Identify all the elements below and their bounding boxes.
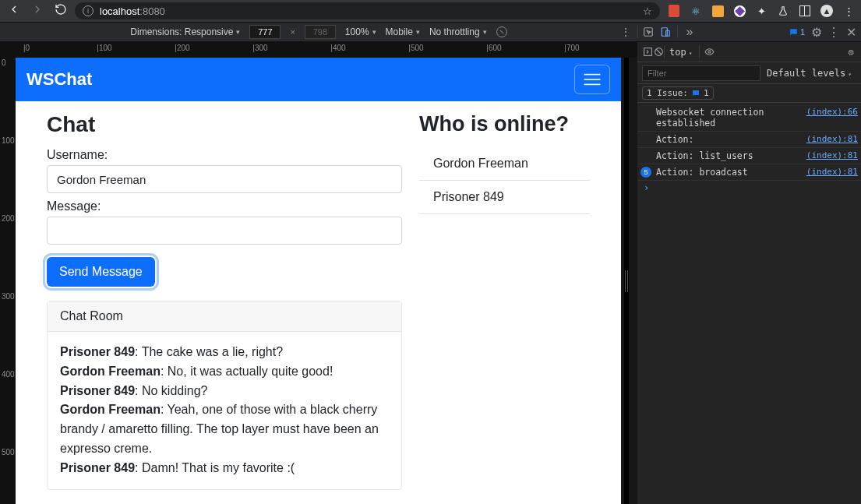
username-input[interactable] [47,165,402,193]
log-text: Action: broadcast [656,167,748,178]
log-source-link[interactable]: (index):66 [800,107,858,129]
site-info-icon[interactable]: i [83,5,94,16]
log-text: Action: [656,134,693,145]
navbar-toggle-button[interactable] [574,65,610,94]
live-expression-icon[interactable] [704,47,715,58]
online-user: Gordon Freeman [419,147,590,181]
address-bar[interactable]: i localhost:8080 ☆ [75,2,660,19]
viewport-resize-handle[interactable] [624,58,629,504]
bookmark-star-icon[interactable]: ☆ [643,5,652,17]
device-type-dropdown[interactable]: Mobile [386,26,420,37]
horizontal-ruler: |0|100|200|300|400|500|600|700 [16,42,637,58]
settings-icon[interactable]: ⚙ [811,26,822,37]
viewport-width-input[interactable] [249,25,281,39]
chat-author: Prisoner 849 [60,345,135,358]
console-prompt[interactable]: › [637,181,861,195]
chat-message: Prisoner 849: Damn! That is my favorite … [60,459,389,478]
chat-author: Prisoner 849 [60,461,135,474]
extension-icon[interactable] [668,5,680,17]
devtools-panel: top ⚙ Default levels 1 Issue: 1 Websocke… [637,42,861,504]
dimensions-dropdown[interactable]: Dimensions: Responsive [130,26,240,37]
rotate-icon[interactable] [496,26,507,37]
devtools-tab-bar: » 1 ⚙ ⋮ ✕ [637,26,861,38]
labs-icon[interactable] [777,5,789,17]
app-navbar: WSChat [16,58,621,101]
chat-message: Prisoner 849: No kidding? [60,382,389,401]
log-levels-dropdown[interactable]: Default levels [767,68,852,79]
reload-icon[interactable] [55,3,67,19]
chat-text: : Damn! That is my favorite :( [135,461,295,474]
issues-badge[interactable]: 1 Issue: 1 [642,86,714,100]
console-message-count[interactable]: 1 [789,27,805,37]
side-panel-icon[interactable] [799,5,811,17]
device-screen: WSChat Chat Username: Message: Send Mess… [16,58,621,504]
chat-room-card: Chat Room Prisoner 849: The cake was a l… [47,301,402,490]
devtools-menu-icon[interactable]: ⋮ [828,26,839,37]
console-filter-input[interactable] [642,65,760,81]
device-more-icon[interactable]: ⋮ [620,26,631,38]
console-log-line[interactable]: Websocket connection established(index):… [637,104,861,132]
log-source-link[interactable]: (index):81 [800,134,858,145]
console-log-line[interactable]: 5Action: broadcast(index):81 [637,164,861,181]
chat-text: : The cake was a lie, right? [135,345,283,358]
console-sidebar-icon[interactable] [642,47,653,58]
vertical-ruler: 0100200300400500 [0,58,16,504]
extension-icon[interactable] [711,5,724,17]
more-tabs-icon[interactable]: » [684,26,695,37]
clear-console-icon[interactable] [653,47,664,58]
chat-room-header: Chat Room [48,301,401,332]
profile-icon[interactable]: ▲ [820,5,833,17]
log-count-badge: 5 [640,167,651,178]
zoom-dropdown[interactable]: 100% [345,26,376,37]
chat-message: Gordon Freeman: No, it was actually quit… [60,362,389,382]
responsive-viewport: |0|100|200|300|400|500|600|700 010020030… [0,42,637,504]
online-user: Prisoner 849 [419,181,590,214]
chat-author: Prisoner 849 [60,384,135,397]
svg-point-9 [708,51,711,53]
device-toolbar: Dimensions: Responsive × 100% Mobile No … [0,22,861,42]
message-input[interactable] [47,217,402,245]
chat-message: Prisoner 849: The cake was a lie, right? [60,343,389,362]
extensions-icon[interactable]: ✦ [755,5,767,17]
chat-text: : No kidding? [135,384,207,397]
close-devtools-icon[interactable]: ✕ [845,26,856,37]
log-source-link[interactable]: (index):81 [800,167,858,178]
chat-room-body: Prisoner 849: The cake was a lie, right?… [48,332,401,489]
send-message-button[interactable]: Send Message [47,257,155,287]
chat-message: Gordon Freeman: Yeah, one of those with … [60,400,389,458]
console-log-line[interactable]: Action: list_users(index):81 [637,148,861,164]
chat-text: : No, it was actually quite good! [161,365,333,378]
forward-icon[interactable] [31,3,44,19]
throttling-dropdown[interactable]: No throttling [429,26,487,37]
react-devtools-icon[interactable]: ⚛ [690,5,702,17]
viewport-height-input[interactable] [305,25,336,39]
online-heading: Who is online? [419,112,590,136]
chat-heading: Chat [47,112,402,137]
browser-toolbar: i localhost:8080 ☆ ⚛ ✦ ▲ ⋮ [0,0,861,22]
log-source-link[interactable]: (index):81 [800,150,858,161]
dimension-separator: × [290,27,295,37]
inspect-icon[interactable] [643,26,654,37]
browser-menu-icon[interactable]: ⋮ [842,5,855,17]
device-mode-icon[interactable] [660,26,671,37]
extension-icon[interactable] [733,5,746,17]
online-users-list: Gordon FreemanPrisoner 849 [419,147,590,214]
chat-author: Gordon Freeman [60,403,161,416]
log-text: Action: list_users [656,150,753,161]
log-text: Websocket connection established [656,107,800,129]
chat-author: Gordon Freeman [60,365,161,378]
svg-line-8 [656,49,662,55]
console-log-area: Websocket connection established(index):… [637,103,861,504]
context-selector[interactable]: top [669,47,693,58]
username-label: Username: [47,148,402,162]
console-settings-icon[interactable]: ⚙ [845,47,856,58]
url-host: localhost [100,5,139,17]
app-brand[interactable]: WSChat [26,69,92,90]
back-icon[interactable] [8,3,20,19]
svg-rect-1 [662,28,667,37]
url-port: :8080 [139,5,165,17]
message-label: Message: [47,199,402,213]
console-log-line[interactable]: Action:(index):81 [637,132,861,148]
